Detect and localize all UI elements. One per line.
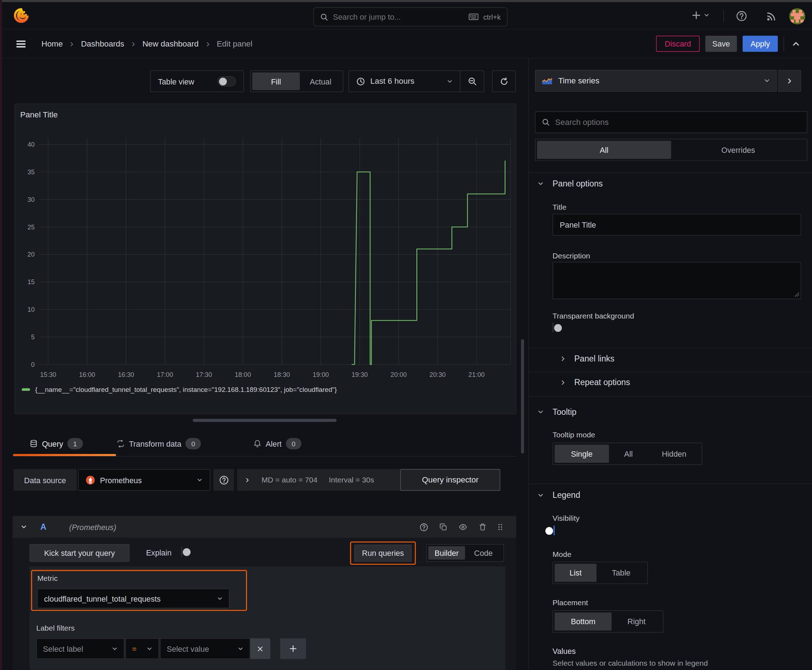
placement-bottom-option[interactable]: Bottom xyxy=(554,612,612,631)
transparent-bg-label: Transparent background xyxy=(553,312,634,320)
panel-options-header[interactable]: Panel options xyxy=(537,179,603,188)
kick-start-query-button[interactable]: Kick start your query xyxy=(29,544,129,562)
query-options-collapsed[interactable]: MD = auto = 704 Interval = 30s xyxy=(237,469,400,491)
all-overrides-segmented: All Overrides xyxy=(535,139,807,161)
add-filter-button[interactable] xyxy=(280,638,306,659)
editor-tabs-bar: Query 1 Transform data 0 Alert 0 xyxy=(12,435,516,457)
refresh-button[interactable] xyxy=(492,71,516,92)
options-search-input[interactable] xyxy=(555,117,801,127)
mode-table-option[interactable]: Table xyxy=(597,564,646,582)
code-option[interactable]: Code xyxy=(465,546,502,560)
pane-resize-handle[interactable] xyxy=(193,419,337,422)
search-icon xyxy=(320,12,328,21)
datasource-picker[interactable]: Prometheus xyxy=(78,469,210,491)
options-search-box[interactable] xyxy=(535,111,807,133)
fill-option[interactable]: Fill xyxy=(252,73,300,90)
tooltip-hidden-option[interactable]: Hidden xyxy=(648,445,700,463)
discard-button[interactable]: Discard xyxy=(656,36,700,52)
visualization-picker[interactable]: Time series xyxy=(535,70,776,91)
grip-dots-icon xyxy=(496,523,504,531)
svg-text:0: 0 xyxy=(31,361,35,368)
save-button[interactable]: Save xyxy=(705,36,737,52)
news-button[interactable] xyxy=(765,10,777,22)
legend-values-desc: Select values or calculations to show in… xyxy=(553,659,708,667)
hide-query-button[interactable] xyxy=(453,519,473,535)
chevron-down-icon xyxy=(217,596,223,601)
operator-dropdown[interactable]: = xyxy=(125,638,159,659)
query-row-header[interactable]: A (Prometheus) xyxy=(12,516,516,538)
fill-actual-segmented: Fill Actual xyxy=(250,71,343,92)
time-range-label: Last 6 hours xyxy=(370,76,442,86)
collapse-options-button[interactable] xyxy=(778,70,801,91)
sidebar-divider xyxy=(529,173,812,173)
legend-title: Legend xyxy=(553,491,580,500)
mode-list-option[interactable]: List xyxy=(554,564,597,582)
tab-alert[interactable]: Alert 0 xyxy=(253,438,301,450)
time-series-chart[interactable]: 051015202530354015:3016:0016:3017:0017:3… xyxy=(15,125,517,384)
datasource-help-button[interactable] xyxy=(214,469,234,491)
placement-right-option[interactable]: Right xyxy=(612,612,662,631)
panel-links-header[interactable]: Panel links xyxy=(560,354,614,363)
query-help-button[interactable] xyxy=(414,519,434,535)
duplicate-query-button[interactable] xyxy=(434,519,453,535)
datasource-label: Data source xyxy=(24,475,66,485)
tooltip-header[interactable]: Tooltip xyxy=(537,407,576,416)
query-builder-panel: Metric cloudflared_tunnel_total_requests… xyxy=(29,566,505,670)
breadcrumb-new-dashboard[interactable]: New dashboard xyxy=(142,39,199,49)
scrollbar-thumb[interactable] xyxy=(521,339,524,453)
zoom-out-time-button[interactable] xyxy=(460,71,484,91)
help-button[interactable] xyxy=(736,10,748,22)
chevron-down-icon xyxy=(21,524,27,530)
query-inspector-button[interactable]: Query inspector xyxy=(400,469,500,491)
run-queries-button[interactable]: Run queries xyxy=(354,545,412,562)
breadcrumb-dashboards[interactable]: Dashboards xyxy=(81,39,124,49)
metric-label: Metric xyxy=(37,574,58,582)
add-new-button[interactable] xyxy=(692,10,710,20)
tooltip-all-option[interactable]: All xyxy=(609,445,648,463)
metric-select[interactable]: cloudflared_tunnel_total_requests xyxy=(37,589,229,608)
navbar-divider xyxy=(783,36,784,51)
collapse-pane-button[interactable] xyxy=(790,39,802,49)
select-label-dropdown[interactable]: Select label xyxy=(36,638,124,659)
user-avatar[interactable] xyxy=(789,8,805,24)
explain-toggle[interactable] xyxy=(181,546,182,556)
tab-query[interactable]: Query 1 xyxy=(29,438,83,450)
apply-button[interactable]: Apply xyxy=(742,36,778,52)
tooltip-title: Tooltip xyxy=(553,407,576,416)
overrides-option[interactable]: Overrides xyxy=(671,140,805,159)
time-range-picker[interactable]: Last 6 hours xyxy=(349,76,460,86)
global-search-input[interactable] xyxy=(333,12,464,22)
panel-title-input[interactable] xyxy=(553,214,801,235)
resize-corner-icon[interactable] xyxy=(795,292,800,297)
chart-legend: {__name__="cloudflared_tunnel_total_requ… xyxy=(22,386,337,394)
repeat-options-header[interactable]: Repeat options xyxy=(560,378,630,387)
label-filters-label: Label filters xyxy=(36,624,75,632)
tab-query-label: Query xyxy=(42,439,63,448)
panel-options-title: Panel options xyxy=(553,179,603,188)
legend-header[interactable]: Legend xyxy=(537,491,580,500)
transparent-bg-toggle[interactable] xyxy=(553,323,554,332)
delete-query-button[interactable] xyxy=(473,519,493,535)
remove-filter-button[interactable] xyxy=(250,638,270,659)
all-option[interactable]: All xyxy=(537,140,671,159)
tab-transform-data[interactable]: Transform data 0 xyxy=(116,438,201,450)
table-view-toggle[interactable] xyxy=(218,76,236,86)
description-textarea[interactable] xyxy=(553,262,801,299)
plus-icon xyxy=(289,645,297,653)
svg-text:17:00: 17:00 xyxy=(157,371,173,378)
drag-query-handle[interactable] xyxy=(493,519,508,535)
builder-option[interactable]: Builder xyxy=(428,546,465,560)
actual-option[interactable]: Actual xyxy=(300,73,341,90)
visualization-value: Time series xyxy=(558,76,758,86)
legend-visibility-toggle[interactable] xyxy=(554,525,554,535)
global-search-box[interactable]: ctrl+k xyxy=(313,7,507,27)
mega-menu-button[interactable] xyxy=(15,39,27,49)
question-circle-icon xyxy=(419,523,428,531)
nav-bar: Home Dashboards New dashboard Edit panel… xyxy=(0,29,812,58)
tooltip-single-option[interactable]: Single xyxy=(554,445,609,463)
grafana-logo-icon[interactable] xyxy=(13,7,29,24)
table-view-control: Table view xyxy=(150,71,244,92)
select-value-dropdown[interactable]: Select value xyxy=(160,638,250,659)
legend-series-label[interactable]: {__name__="cloudflared_tunnel_total_requ… xyxy=(35,386,337,394)
breadcrumb-home[interactable]: Home xyxy=(42,39,63,49)
